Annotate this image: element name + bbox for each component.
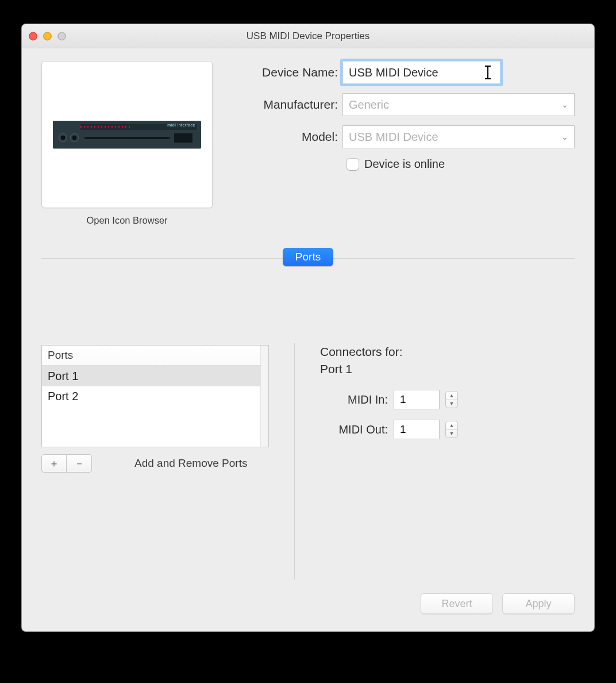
ports-list: Port 1 Port 2 [42, 366, 260, 447]
device-online-label: Device is online [364, 158, 445, 171]
manufacturer-placeholder: Generic [349, 98, 389, 112]
midi-in-stepper[interactable]: ▲ ▼ [445, 391, 458, 408]
ports-table: Ports Port 1 Port 2 [41, 345, 269, 447]
model-placeholder: USB MIDI Device [349, 131, 438, 144]
text-cursor-icon [487, 66, 488, 79]
tab-ports[interactable]: Ports [283, 248, 333, 266]
manufacturer-combobox[interactable]: Generic ⌄ [342, 93, 575, 116]
chevron-down-icon: ⌄ [561, 132, 568, 141]
midi-in-label: MIDI In: [320, 393, 394, 406]
icon-column: midi interface Open Icon Browser [41, 61, 213, 226]
midi-in-input[interactable] [394, 390, 440, 409]
titlebar: USB MIDI Device Properties [22, 24, 594, 48]
ports-side: Ports Port 1 Port 2 ＋ － Add and Remove P… [41, 345, 269, 631]
close-button[interactable] [29, 32, 37, 40]
vertical-divider [294, 343, 295, 580]
add-remove-label: Add and Remove Ports [134, 457, 247, 470]
midi-interface-icon: midi interface [53, 121, 201, 148]
device-icon-well[interactable]: midi interface [41, 61, 213, 208]
ports-column-header[interactable]: Ports [42, 346, 268, 366]
model-combobox[interactable]: USB MIDI Device ⌄ [342, 125, 575, 148]
minimize-button[interactable] [43, 32, 52, 40]
plus-icon: ＋ [49, 456, 59, 470]
connectors-title: Connectors for: [320, 345, 575, 359]
device-name-input[interactable] [342, 61, 500, 84]
device-online-checkbox[interactable] [347, 159, 359, 170]
traffic-lights [29, 32, 66, 40]
properties-window: USB MIDI Device Properties midi interfac… [21, 24, 595, 632]
chevron-down-icon: ⌄ [561, 100, 568, 109]
revert-button[interactable]: Revert [421, 593, 493, 614]
remove-port-button[interactable]: － [67, 454, 92, 473]
midi-out-stepper[interactable]: ▲ ▼ [445, 421, 458, 438]
stepper-up-icon[interactable]: ▲ [446, 392, 457, 400]
port-row[interactable]: Port 1 [42, 366, 260, 386]
connectors-port-name: Port 1 [320, 362, 575, 376]
model-label: Model: [234, 130, 342, 144]
zoom-button[interactable] [57, 32, 66, 40]
stepper-down-icon[interactable]: ▼ [446, 429, 457, 438]
open-icon-browser-link[interactable]: Open Icon Browser [86, 215, 167, 226]
fields-column: Device Name: Manufacturer: Generic ⌄ Mod… [234, 61, 575, 226]
midi-out-input[interactable] [394, 420, 440, 439]
apply-button[interactable]: Apply [502, 593, 575, 614]
midi-out-label: MIDI Out: [320, 423, 394, 436]
ports-pane: Ports Port 1 Port 2 ＋ － Add and Remove P… [41, 258, 575, 631]
footer-buttons: Revert Apply [421, 593, 575, 614]
ports-scrollbar[interactable] [260, 346, 268, 447]
window-title: USB MIDI Device Properties [247, 30, 369, 42]
add-remove-segmented: ＋ － [41, 454, 92, 473]
port-row[interactable]: Port 2 [42, 386, 260, 406]
device-name-label: Device Name: [234, 66, 342, 79]
minus-icon: － [74, 456, 84, 470]
device-icon-label: midi interface [167, 123, 195, 127]
add-port-button[interactable]: ＋ [41, 454, 67, 473]
stepper-up-icon[interactable]: ▲ [446, 421, 457, 429]
upper-section: midi interface Open Icon Browser Device … [22, 48, 594, 232]
connectors-side: Connectors for: Port 1 MIDI In: ▲ ▼ MIDI… [320, 345, 575, 631]
tabs-row: Ports [22, 248, 594, 266]
stepper-down-icon[interactable]: ▼ [446, 400, 457, 408]
manufacturer-label: Manufacturer: [234, 98, 342, 112]
